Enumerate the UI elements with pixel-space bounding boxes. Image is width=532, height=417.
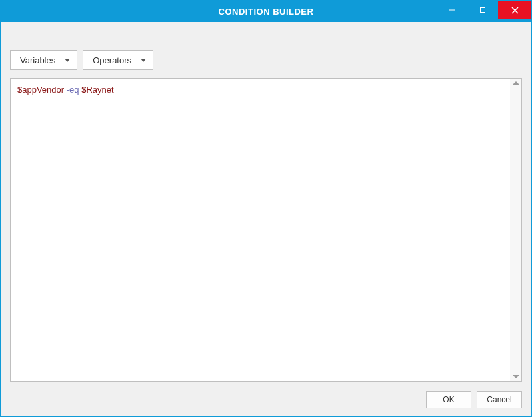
scroll-down-icon[interactable] bbox=[513, 375, 519, 378]
token-variable: $appVendor bbox=[17, 85, 64, 95]
token-operator: -eq bbox=[67, 85, 79, 95]
cancel-button[interactable]: Cancel bbox=[477, 391, 522, 408]
ok-button[interactable]: OK bbox=[426, 391, 471, 408]
content-area: Variables Operators $appVendor -eq $Rayn… bbox=[1, 22, 531, 416]
titlebar: CONDITION BUILDER bbox=[1, 1, 531, 22]
scroll-up-icon[interactable] bbox=[513, 81, 519, 85]
dialog-buttons: OK Cancel bbox=[10, 382, 522, 408]
svg-rect-1 bbox=[481, 8, 485, 13]
condition-editor[interactable]: $appVendor -eq $Raynet bbox=[10, 78, 522, 382]
close-button[interactable] bbox=[498, 1, 531, 19]
window-title: CONDITION BUILDER bbox=[219, 7, 314, 17]
variables-dropdown[interactable]: Variables bbox=[10, 50, 77, 70]
minimize-button[interactable] bbox=[437, 1, 467, 19]
toolbar: Variables Operators bbox=[10, 50, 522, 70]
window-controls bbox=[437, 1, 531, 22]
maximize-button[interactable] bbox=[467, 1, 498, 19]
token-variable: $Raynet bbox=[81, 85, 113, 95]
operators-dropdown[interactable]: Operators bbox=[83, 50, 153, 70]
vertical-scrollbar[interactable] bbox=[510, 79, 521, 381]
operators-dropdown-label: Operators bbox=[93, 55, 131, 65]
chevron-down-icon bbox=[65, 59, 70, 62]
variables-dropdown-label: Variables bbox=[20, 55, 55, 65]
editor-text-area[interactable]: $appVendor -eq $Raynet bbox=[11, 79, 510, 381]
chevron-down-icon bbox=[141, 59, 146, 62]
